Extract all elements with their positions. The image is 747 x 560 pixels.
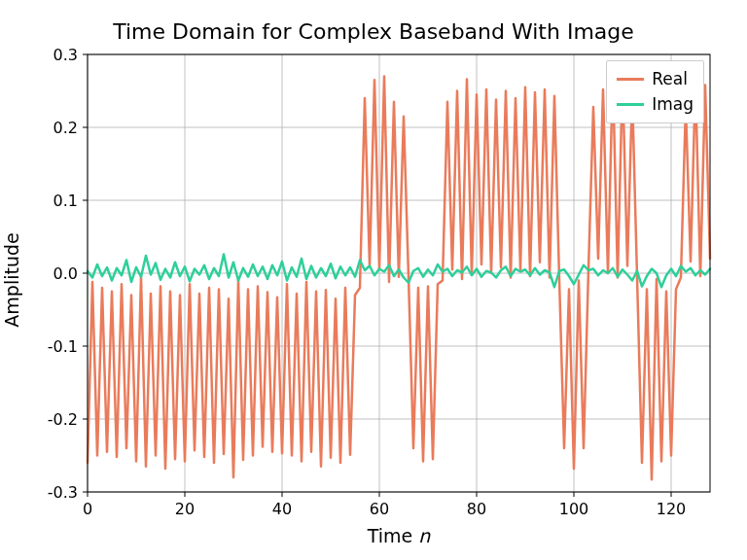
x-tick-label: 80 <box>467 500 486 518</box>
legend-label: Imag <box>652 92 694 118</box>
y-tick-label: -0.2 <box>48 410 78 429</box>
legend-swatch <box>617 103 644 106</box>
figure: Time Domain for Complex Baseband With Im… <box>0 0 747 560</box>
x-tick-label: 100 <box>559 500 589 518</box>
legend-entry: Imag <box>617 92 694 118</box>
xlabel-variable: n <box>418 525 430 546</box>
y-tick-label: -0.3 <box>48 483 78 502</box>
x-tick-label: 40 <box>272 500 292 518</box>
legend-swatch <box>617 78 644 81</box>
y-tick-label: 0.1 <box>53 192 78 210</box>
chart-title: Time Domain for Complex Baseband With Im… <box>0 19 747 44</box>
y-axis-label: Amplitude <box>1 232 22 327</box>
y-tick-label: 0.0 <box>53 264 78 283</box>
x-tick-label: 20 <box>175 500 195 518</box>
y-tick-label: 0.3 <box>53 46 78 64</box>
legend: RealImag <box>606 60 704 123</box>
x-axis-label: Time n <box>88 525 710 546</box>
y-tick-label: -0.1 <box>48 337 78 356</box>
x-tick-label: 60 <box>370 500 389 518</box>
x-tick-label: 120 <box>657 500 687 518</box>
x-tick-label: 0 <box>83 500 92 518</box>
plot-area: 020406080100120-0.3-0.2-0.10.00.10.20.3 … <box>88 54 710 492</box>
legend-entry: Real <box>617 67 694 92</box>
legend-label: Real <box>652 67 688 92</box>
y-tick-label: 0.2 <box>53 119 78 137</box>
xlabel-prefix: Time <box>368 525 419 546</box>
